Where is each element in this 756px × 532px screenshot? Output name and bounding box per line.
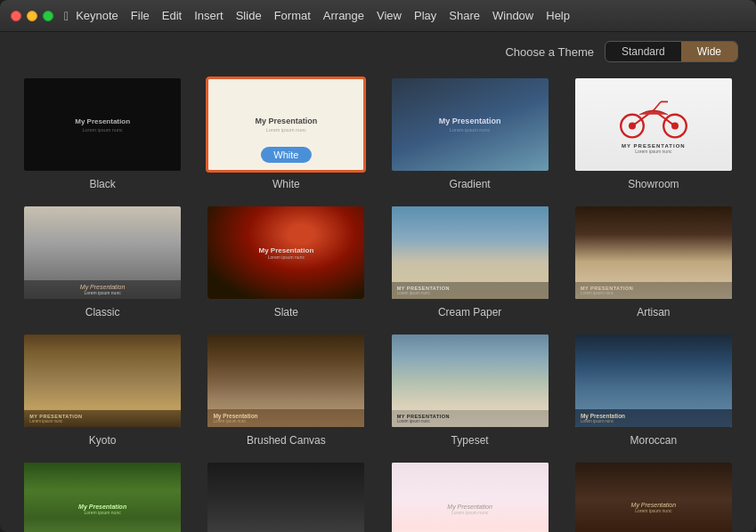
theme-black-label: Black bbox=[89, 178, 115, 190]
theme-kyoto[interactable]: MY PRESENTATION Lorem ipsum nunc Kyoto bbox=[18, 333, 187, 447]
theme-elegant[interactable]: My Presentation Lorem ipsum nunc bbox=[569, 461, 738, 532]
traffic-lights bbox=[11, 11, 53, 21]
theme-white-label: White bbox=[272, 178, 300, 190]
titlebar:  Keynote File Edit Insert Slide Format … bbox=[0, 0, 756, 32]
theme-modern[interactable]: MY PRESENTATION Lorem ipsum nunc bbox=[201, 461, 370, 532]
themes-grid: My Presentation Lorem ipsum nunc Black M… bbox=[0, 69, 756, 532]
minimize-button[interactable] bbox=[27, 11, 37, 21]
theme-white[interactable]: My Presentation Lorem ipsum nunc White W… bbox=[201, 77, 370, 190]
theme-cream-label: Cream Paper bbox=[438, 306, 501, 318]
theme-brushed[interactable]: My Presentation Lorem ipsum nunc Brushed… bbox=[201, 333, 370, 447]
theme-floral-thumbnail: My Presentation Lorem ipsum nunc bbox=[390, 461, 550, 532]
theme-artisan-label: Artisan bbox=[637, 306, 670, 318]
bike-svg bbox=[618, 95, 689, 140]
close-button[interactable] bbox=[11, 11, 21, 21]
theme-nature-thumbnail: My Presentation Lorem ipsum nunc bbox=[22, 461, 183, 532]
standard-toggle[interactable]: Standard bbox=[606, 42, 681, 61]
maximize-button[interactable] bbox=[43, 11, 53, 21]
theme-cream[interactable]: MY PRESENTATION Lorem ipsum nunc Cream P… bbox=[386, 205, 555, 318]
theme-elegant-thumbnail: My Presentation Lorem ipsum nunc bbox=[573, 461, 734, 532]
theme-typeset-thumbnail: MY PRESENTATION Lorem ipsum nunc bbox=[390, 333, 550, 429]
theme-floral[interactable]: My Presentation Lorem ipsum nunc bbox=[386, 461, 555, 532]
menu-play[interactable]: Play bbox=[414, 9, 436, 22]
menu-view[interactable]: View bbox=[377, 9, 402, 22]
apple-logo-icon:  bbox=[64, 9, 69, 23]
menu-file[interactable]: File bbox=[131, 9, 150, 22]
theme-classic-thumbnail: My Presentation Lorem ipsum nunc bbox=[22, 205, 183, 301]
theme-artisan-thumbnail: MY PRESENTATION Lorem ipsum nunc bbox=[573, 205, 734, 301]
svg-line-6 bbox=[654, 101, 661, 110]
format-toggle[interactable]: Standard Wide bbox=[605, 41, 738, 62]
theme-slate-label: Slate bbox=[274, 306, 298, 318]
theme-slate[interactable]: My Presentation Lorem ipsum nunc Slate bbox=[201, 205, 370, 318]
menu-arrange[interactable]: Arrange bbox=[323, 9, 364, 22]
theme-gradient-label: Gradient bbox=[450, 178, 491, 190]
theme-cream-thumbnail: MY PRESENTATION Lorem ipsum nunc bbox=[390, 205, 550, 301]
theme-slate-thumbnail: My Presentation Lorem ipsum nunc bbox=[206, 205, 366, 301]
theme-classic[interactable]: My Presentation Lorem ipsum nunc Classic bbox=[18, 205, 187, 318]
menu-slide[interactable]: Slide bbox=[236, 9, 262, 22]
theme-header: Choose a Theme Standard Wide bbox=[0, 32, 756, 69]
menu-insert[interactable]: Insert bbox=[194, 9, 224, 22]
theme-black-thumbnail: My Presentation Lorem ipsum nunc bbox=[22, 77, 183, 173]
menu-bar: Keynote File Edit Insert Slide Format Ar… bbox=[76, 9, 570, 22]
wide-toggle[interactable]: Wide bbox=[681, 42, 737, 61]
theme-moroccan-thumbnail: My Presentation Lorem ipsum nunc bbox=[573, 333, 734, 429]
main-content: Choose a Theme Standard Wide My Presenta… bbox=[0, 32, 756, 532]
theme-modern-thumbnail: MY PRESENTATION Lorem ipsum nunc bbox=[206, 461, 366, 532]
theme-nature[interactable]: My Presentation Lorem ipsum nunc bbox=[18, 461, 187, 532]
theme-black[interactable]: My Presentation Lorem ipsum nunc Black bbox=[18, 77, 187, 190]
theme-artisan[interactable]: MY PRESENTATION Lorem ipsum nunc Artisan bbox=[569, 205, 738, 318]
theme-brushed-label: Brushed Canvas bbox=[247, 434, 326, 447]
theme-moroccan-label: Moroccan bbox=[630, 434, 678, 447]
theme-showroom-label: Showroom bbox=[628, 178, 679, 190]
theme-typeset-label: Typeset bbox=[451, 434, 489, 447]
theme-classic-label: Classic bbox=[85, 306, 120, 318]
menu-keynote[interactable]: Keynote bbox=[76, 9, 118, 22]
theme-brushed-thumbnail: My Presentation Lorem ipsum nunc bbox=[206, 333, 366, 429]
menu-window[interactable]: Window bbox=[492, 9, 533, 22]
theme-gradient-thumbnail: My Presentation Lorem ipsum nunc bbox=[390, 77, 550, 173]
menu-help[interactable]: Help bbox=[546, 9, 570, 22]
theme-moroccan[interactable]: My Presentation Lorem ipsum nunc Morocca… bbox=[569, 333, 738, 447]
white-selected-badge: White bbox=[261, 147, 311, 163]
menu-format[interactable]: Format bbox=[274, 9, 311, 22]
theme-showroom-thumbnail: MY PRESENTATION Lorem ipsum nunc bbox=[573, 77, 734, 173]
choose-theme-label: Choose a Theme bbox=[505, 45, 594, 59]
theme-gradient[interactable]: My Presentation Lorem ipsum nunc Gradien… bbox=[386, 77, 555, 190]
theme-kyoto-label: Kyoto bbox=[89, 434, 117, 447]
theme-showroom[interactable]: MY PRESENTATION Lorem ipsum nunc Showroo… bbox=[569, 77, 738, 190]
menu-share[interactable]: Share bbox=[449, 9, 480, 22]
theme-kyoto-thumbnail: MY PRESENTATION Lorem ipsum nunc bbox=[22, 333, 183, 429]
theme-typeset[interactable]: MY PRESENTATION Lorem ipsum nunc Typeset bbox=[386, 333, 555, 447]
theme-white-thumbnail: My Presentation Lorem ipsum nunc White bbox=[206, 77, 366, 173]
menu-edit[interactable]: Edit bbox=[162, 9, 182, 22]
